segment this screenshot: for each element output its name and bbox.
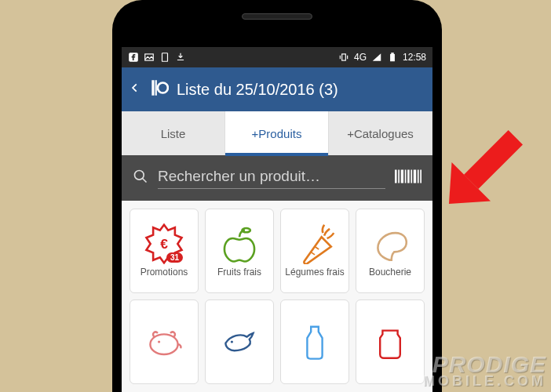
svg-text:€: € [160,236,168,252]
promotions-badge: 31 [166,252,183,263]
annotation-arrow [428,94,551,220]
category-label: Fruits frais [216,267,263,278]
svg-rect-2 [162,53,168,62]
page-title: Liste du 25/10/2016 (3) [177,81,338,99]
battery-icon [387,52,398,63]
category-fruits-frais[interactable]: Fruits frais [205,209,274,293]
svg-point-26 [231,340,233,343]
category-divers[interactable] [356,299,425,384]
jar-icon [370,321,411,362]
watermark: PRODIGE MOBILE.COM [423,354,546,387]
download-icon [175,52,186,63]
bottle-icon [294,321,335,362]
carrot-icon [294,223,335,264]
tab-catalogues[interactable]: +Catalogues [329,111,432,155]
category-poissonnerie[interactable] [205,299,274,384]
svg-rect-13 [398,170,400,183]
svg-rect-6 [391,53,394,54]
svg-point-9 [158,83,168,93]
svg-rect-12 [395,170,397,183]
image-icon [144,52,155,63]
pig-icon [144,321,184,362]
svg-point-25 [158,340,160,343]
svg-rect-17 [411,170,412,183]
svg-rect-5 [390,54,395,61]
category-boucherie[interactable]: Boucherie [356,209,425,293]
svg-rect-27 [464,130,523,189]
status-bar: 4G 12:58 [122,47,432,67]
clock: 12:58 [403,52,426,63]
svg-rect-16 [407,170,410,183]
svg-rect-19 [418,170,419,183]
svg-rect-8 [155,80,157,96]
svg-point-24 [150,334,177,354]
phone-frame: 4G 12:58 Liste du [112,0,442,392]
category-label: Boucherie [367,267,413,278]
back-icon[interactable] [130,79,140,100]
category-promotions[interactable]: € 31 Promotions [130,209,199,293]
tabs: Liste +Produits +Catalogues [122,111,432,155]
facebook-icon [128,52,139,63]
category-laitiers[interactable] [280,299,349,384]
tab-label: +Catalogues [347,127,414,140]
svg-rect-20 [420,170,421,183]
search-icon [133,169,148,187]
watermark-line2: MOBILE.COM [423,375,546,387]
search-input[interactable]: Rechercher un produit… [158,168,385,189]
svg-rect-3 [342,54,346,60]
category-grid: € 31 Promotions Fruits frais [122,201,432,392]
phone-screen: 4G 12:58 Liste du [122,47,432,392]
app-header: Liste du 25/10/2016 (3) [122,67,432,111]
tab-label: +Produits [252,127,302,140]
svg-line-11 [143,179,147,183]
fish-icon [219,321,260,362]
apple-icon [219,223,260,264]
svg-rect-7 [151,80,154,96]
meat-icon [370,223,411,264]
svg-rect-14 [401,170,403,183]
svg-rect-18 [414,170,416,183]
watermark-line1: PRODIGE [423,354,546,375]
category-label: Promotions [139,267,190,278]
tab-label: Liste [161,127,186,140]
category-legumes-frais[interactable]: Légumes frais [280,209,349,293]
promotions-icon: € 31 [144,223,184,264]
svg-marker-4 [373,53,381,60]
category-charcuterie[interactable] [130,299,199,384]
phone-earpiece [122,9,432,24]
sim-icon [159,52,170,63]
tab-liste[interactable]: Liste [122,111,225,155]
search-bar: Rechercher un produit… [122,155,432,201]
category-label: Légumes frais [283,267,345,278]
barcode-icon[interactable] [395,168,421,188]
svg-point-10 [135,171,144,180]
svg-rect-15 [405,170,407,183]
network-label: 4G [354,52,367,63]
vibrate-icon [338,52,349,63]
app-logo-icon [148,78,169,101]
tab-produits[interactable]: +Produits [225,111,329,155]
signal-icon [371,52,382,63]
